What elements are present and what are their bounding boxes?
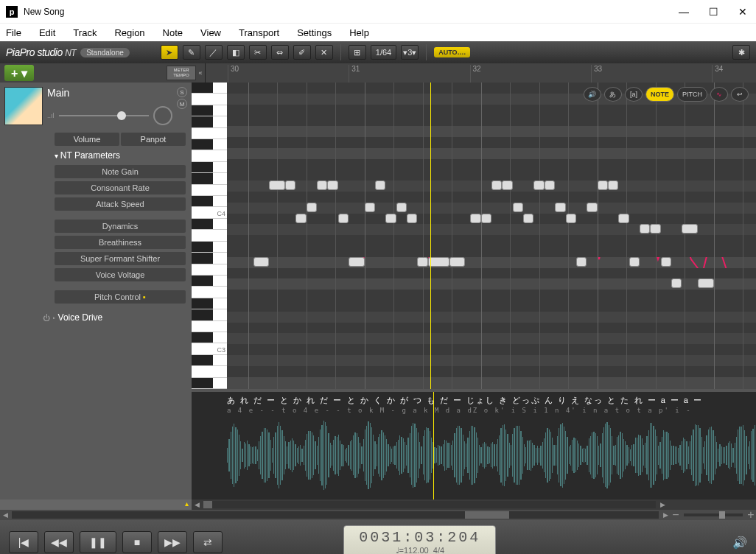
menu-region[interactable]: Region: [114, 27, 144, 38]
note[interactable]: [598, 180, 608, 190]
scroll-right[interactable]: ▶: [657, 501, 668, 508]
add-track-button[interactable]: + ▾: [4, 65, 34, 81]
note[interactable]: [349, 257, 365, 267]
lyrics-pane[interactable]: あ れ だ ー と か れ だ ー と か く か が つ も だ ー じょし …: [192, 389, 756, 499]
note[interactable]: [269, 180, 285, 190]
param-consonant-rate[interactable]: Consonant Rate: [55, 181, 186, 194]
note-mode-button[interactable]: NOTE: [645, 87, 674, 102]
note[interactable]: [587, 203, 597, 212]
note[interactable]: [253, 257, 270, 267]
playhead[interactable]: [430, 83, 431, 389]
hscroll-bottom[interactable]: ◀ ▶: [192, 499, 756, 510]
triplet-toggle[interactable]: ▾3▾: [401, 45, 419, 60]
mute-button[interactable]: M: [177, 99, 187, 109]
param-pitch-control[interactable]: Pitch Control: [55, 290, 186, 304]
piano-roll[interactable]: C4C3 🔊 あ [a] NOTE PITCH ∿ ↩: [192, 83, 756, 389]
note[interactable]: [407, 214, 417, 223]
menu-file[interactable]: File: [6, 27, 21, 38]
goto-start-button[interactable]: |◀: [9, 531, 38, 553]
param-note-gain[interactable]: Note Gain: [55, 165, 186, 178]
master-hscroll[interactable]: ◀ ▶ − +: [0, 510, 756, 520]
note[interactable]: [327, 180, 337, 190]
note[interactable]: [533, 180, 544, 190]
menu-transport[interactable]: Transport: [239, 27, 279, 38]
param-voice-voltage[interactable]: Voice Voltage: [55, 268, 186, 281]
note[interactable]: [671, 278, 682, 288]
meter-tempo-toggle[interactable]: METERTEMPO: [167, 66, 196, 80]
note[interactable]: [682, 224, 698, 234]
scroll-left[interactable]: ◀: [0, 511, 10, 519]
brush-tool[interactable]: ✐: [293, 45, 311, 60]
menu-note[interactable]: Note: [163, 27, 183, 38]
param-breathiness[interactable]: Breathiness: [55, 236, 186, 249]
minimize-button[interactable]: —: [676, 4, 691, 19]
timeline-ruler[interactable]: 30 31 32 33 34: [205, 63, 756, 83]
play-pause-button[interactable]: ❚❚: [80, 531, 116, 553]
note[interactable]: [513, 203, 523, 212]
note[interactable]: [317, 180, 327, 190]
pitch-mode-button[interactable]: PITCH: [677, 87, 707, 102]
menu-settings[interactable]: Settings: [297, 27, 332, 38]
grid-toggle[interactable]: ⊞: [349, 45, 366, 60]
pitch-curve-icon[interactable]: ∿: [710, 87, 728, 102]
sidebar-resize[interactable]: ▴: [0, 499, 192, 510]
pencil-tool[interactable]: ✎: [183, 45, 200, 60]
note[interactable]: [449, 257, 466, 267]
note[interactable]: [629, 257, 640, 267]
note[interactable]: [396, 203, 407, 212]
close-button[interactable]: ✕: [735, 4, 750, 19]
scroll-left[interactable]: ◀: [192, 501, 202, 508]
pan-knob[interactable]: [153, 106, 172, 125]
volume-slider[interactable]: [59, 115, 149, 116]
note[interactable]: [502, 180, 512, 190]
settings-gear[interactable]: ✱: [732, 45, 750, 60]
note[interactable]: [545, 180, 555, 190]
note[interactable]: [285, 180, 295, 190]
note[interactable]: [555, 203, 565, 212]
scroll-right[interactable]: ▶: [660, 511, 671, 519]
note[interactable]: [385, 214, 396, 223]
delete-tool[interactable]: ✕: [315, 45, 333, 60]
note[interactable]: [375, 180, 385, 190]
return-icon[interactable]: ↩: [731, 87, 749, 102]
menu-view[interactable]: View: [200, 27, 221, 38]
voice-drive-header[interactable]: Voice Drive: [0, 305, 192, 326]
menu-track[interactable]: Track: [73, 27, 97, 38]
forward-button[interactable]: ▶▶: [158, 531, 187, 553]
note[interactable]: [608, 180, 618, 190]
line-tool[interactable]: ／: [205, 45, 223, 60]
param-dynamics[interactable]: Dynamics: [55, 220, 186, 233]
stop-button[interactable]: ■: [122, 531, 152, 553]
tab-panpot[interactable]: Panpot: [121, 133, 186, 146]
note[interactable]: [295, 214, 306, 223]
note[interactable]: [481, 214, 491, 223]
nt-parameters-header[interactable]: NT Parameters: [0, 146, 192, 164]
note-grid[interactable]: 🔊 あ [a] NOTE PITCH ∿ ↩: [227, 83, 756, 389]
arrow-tool[interactable]: ➤: [161, 45, 178, 60]
lyric-mode-icon[interactable]: あ: [604, 87, 622, 102]
note[interactable]: [576, 257, 587, 267]
note[interactable]: [698, 278, 714, 288]
note[interactable]: [523, 214, 533, 223]
note[interactable]: [618, 214, 629, 223]
param-super-formant[interactable]: Super Formant Shifter: [55, 252, 186, 265]
time-display[interactable]: 0031:03:204 ♩=112.00 4/4: [343, 525, 496, 554]
note[interactable]: [417, 257, 427, 267]
track-name[interactable]: Main: [47, 87, 172, 99]
glue-tool[interactable]: ⇔: [271, 45, 289, 60]
note[interactable]: [650, 224, 660, 234]
note[interactable]: [566, 214, 576, 223]
master-volume-icon[interactable]: 🔊: [732, 536, 747, 550]
note[interactable]: [470, 214, 480, 223]
note[interactable]: [307, 203, 317, 212]
note[interactable]: [640, 224, 650, 234]
menu-help[interactable]: Help: [349, 27, 369, 38]
note[interactable]: [338, 214, 349, 223]
tab-volume[interactable]: Volume: [55, 133, 119, 146]
track-avatar[interactable]: [4, 87, 43, 125]
maximize-button[interactable]: ☐: [706, 4, 721, 19]
piano-keys[interactable]: C4C3: [192, 83, 227, 389]
solo-button[interactable]: S: [177, 87, 187, 97]
eraser-tool[interactable]: ◧: [227, 45, 245, 60]
collapse-sidebar[interactable]: «: [196, 69, 205, 77]
